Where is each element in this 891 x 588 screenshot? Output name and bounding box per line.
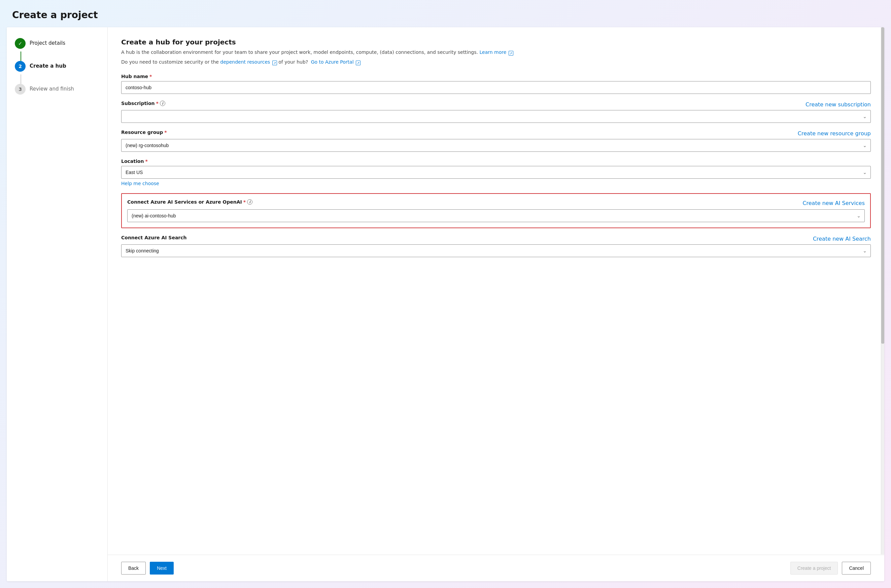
customize-line: Do you need to customize security or the… — [121, 58, 871, 66]
location-field-group: Location * East US ⌄ Help me choose — [121, 159, 871, 186]
azure-ai-search-field-group: Connect Azure AI Search Create new AI Se… — [121, 235, 871, 257]
next-button[interactable]: Next — [150, 562, 174, 574]
content-title: Create a hub for your projects — [121, 38, 871, 46]
azure-portal-external-icon: ↗ — [356, 61, 360, 65]
subscription-info-icon[interactable]: i — [160, 100, 165, 106]
resource-group-select[interactable]: (new) rg-contosohub — [121, 139, 871, 152]
footer-right: Create a project Cancel — [790, 562, 871, 574]
scrollbar-thumb[interactable] — [881, 27, 884, 344]
subscription-select-wrapper: ⌄ — [121, 110, 871, 123]
step-2-label: Create a hub — [30, 61, 66, 69]
hub-name-label: Hub name * — [121, 74, 871, 79]
subscription-field-group: Subscription * i Create new subscription… — [121, 100, 871, 123]
create-resource-group-link[interactable]: Create new resource group — [798, 130, 871, 136]
subscription-required: * — [156, 100, 159, 106]
subscription-field-row: Subscription * i Create new subscription — [121, 100, 871, 108]
location-select[interactable]: East US — [121, 166, 871, 179]
page-title: Create a project — [12, 9, 879, 21]
back-button[interactable]: Back — [121, 562, 146, 574]
subscription-label: Subscription * i — [121, 100, 165, 106]
dependent-resources-link[interactable]: dependent resources — [220, 59, 270, 64]
azure-ai-services-select[interactable]: (new) ai-contoso-hub — [127, 209, 865, 222]
content-area: Create a hub for your projects A hub is … — [108, 27, 884, 555]
dependent-resources-external-icon: ↗ — [272, 61, 277, 65]
resource-group-field-row: Resource group * Create new resource gro… — [121, 130, 871, 137]
step-project-details: ✓ Project details — [15, 38, 99, 49]
content-description: A hub is the collaboration environment f… — [121, 49, 871, 56]
create-ai-services-link[interactable]: Create new AI Services — [802, 200, 865, 206]
azure-ai-services-info-icon[interactable]: i — [247, 199, 252, 205]
azure-ai-search-select-wrapper: Skip connecting ⌄ — [121, 244, 871, 257]
step-review-finish: 3 Review and finish — [15, 84, 99, 94]
azure-ai-services-required: * — [243, 199, 246, 205]
azure-ai-services-select-wrapper: (new) ai-contoso-hub ⌄ — [127, 209, 865, 222]
location-label: Location * — [121, 159, 871, 164]
subscription-select[interactable] — [121, 110, 871, 123]
hub-name-required: * — [150, 74, 152, 79]
azure-ai-services-label: Connect Azure AI Services or Azure OpenA… — [127, 199, 252, 205]
connector-1-2 — [21, 51, 21, 61]
hub-name-input[interactable] — [121, 81, 871, 94]
create-ai-search-link[interactable]: Create new AI Search — [813, 236, 871, 242]
footer-actions: Back Next Create a project Cancel — [108, 555, 884, 581]
learn-more-link[interactable]: Learn more — [479, 50, 506, 55]
resource-group-label: Resource group * — [121, 130, 167, 135]
azure-ai-search-label: Connect Azure AI Search — [121, 235, 187, 240]
step-create-hub: 2 Create a hub — [15, 61, 99, 72]
location-select-wrapper: East US ⌄ — [121, 166, 871, 179]
step-1-circle: ✓ — [15, 38, 26, 49]
azure-ai-search-select[interactable]: Skip connecting — [121, 244, 871, 257]
step-2-circle: 2 — [15, 61, 26, 72]
footer-left: Back Next — [121, 562, 174, 574]
scrollbar-track[interactable] — [881, 27, 884, 554]
hub-name-field-group: Hub name * — [121, 74, 871, 94]
step-1-label: Project details — [30, 38, 65, 46]
resource-group-select-wrapper: (new) rg-contosohub ⌄ — [121, 139, 871, 152]
create-subscription-link[interactable]: Create new subscription — [806, 101, 871, 108]
create-project-button[interactable]: Create a project — [790, 562, 838, 574]
resource-group-field-group: Resource group * Create new resource gro… — [121, 130, 871, 152]
connector-2-3 — [21, 74, 21, 84]
azure-ai-services-field-row: Connect Azure AI Services or Azure OpenA… — [127, 199, 865, 207]
location-required: * — [145, 159, 147, 164]
azure-ai-services-section: Connect Azure AI Services or Azure OpenA… — [121, 193, 871, 228]
azure-portal-link[interactable]: Go to Azure Portal — [311, 59, 354, 64]
help-me-choose-link[interactable]: Help me choose — [121, 181, 159, 186]
azure-ai-search-field-row: Connect Azure AI Search Create new AI Se… — [121, 235, 871, 242]
resource-group-required: * — [164, 130, 166, 135]
step-3-circle: 3 — [15, 84, 26, 94]
cancel-button[interactable]: Cancel — [842, 562, 871, 574]
learn-more-external-icon: ↗ — [508, 51, 513, 56]
steps-sidebar: ✓ Project details 2 Create a hub 3 Revie… — [7, 27, 108, 581]
step-3-label: Review and finish — [30, 84, 74, 92]
